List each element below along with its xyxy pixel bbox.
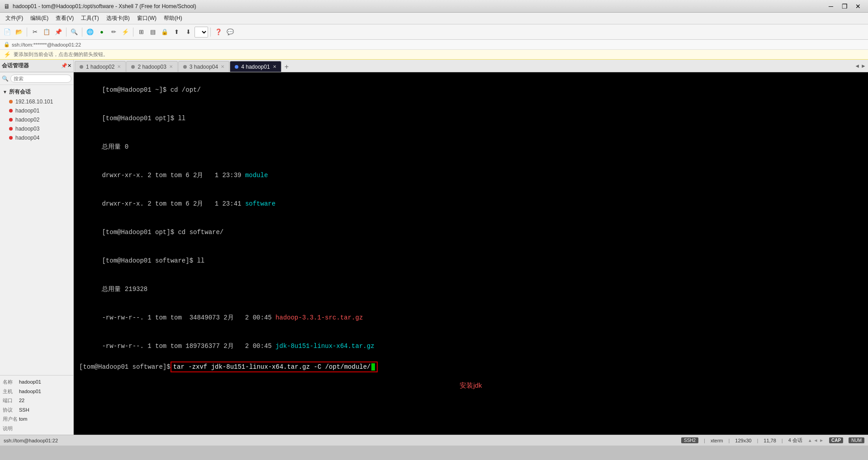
cursor-pos: 11,78: [764, 438, 776, 443]
tree-item-label: 192.168.10.101: [15, 99, 53, 105]
tb-pencil[interactable]: ✏: [108, 27, 119, 38]
term-filename: software: [245, 200, 275, 207]
restore-button[interactable]: ❐: [838, 1, 851, 11]
session-tree: ▼ 所有会话 192.168.10.101 hadoop01 hadoop02 …: [0, 85, 73, 375]
tab-hadoop04[interactable]: 3 hadoop04 ✕: [178, 61, 229, 72]
term-line-8: 总用量 219328: [79, 275, 863, 304]
tab-close[interactable]: ✕: [117, 64, 121, 69]
tab-close[interactable]: ✕: [221, 64, 224, 69]
tab-close-active[interactable]: ✕: [273, 64, 276, 69]
term-filename: jdk-8u151-linux-x64.tar.gz: [275, 343, 374, 350]
tree-item-hadoop03[interactable]: hadoop03: [0, 124, 73, 133]
tb-cut[interactable]: ✂: [29, 27, 40, 38]
tree-item-hadoop01[interactable]: hadoop01: [0, 106, 73, 115]
tree-item-hadoop04[interactable]: hadoop04: [0, 133, 73, 142]
term-normal: 总用量 219328: [102, 286, 147, 293]
menu-tabs[interactable]: 选项卡(B): [103, 13, 133, 23]
prop-note: 说明: [0, 424, 73, 433]
prop-value: hadoop01: [19, 378, 41, 386]
notice-icon: ⚡: [4, 51, 11, 58]
prop-label: 端口: [3, 397, 19, 404]
ssh-address: ssh://tom:*******@hadoop01:22: [12, 42, 81, 47]
term-ls-prefix: drwxr-xr-x. 2 tom tom 6 2月 1 23:41: [102, 200, 245, 207]
menu-file[interactable]: 文件(F): [2, 13, 27, 23]
tb-copy[interactable]: 📋: [41, 27, 52, 38]
tab-dot: [131, 65, 135, 69]
term-current-cmd: tar -zxvf jdk-8u151-linux-x64.tar.gz -C …: [173, 363, 371, 371]
tb-open[interactable]: 📂: [14, 27, 24, 38]
num-badge: NUM: [849, 437, 864, 443]
tb-new-session[interactable]: 📄: [2, 27, 13, 38]
term-ls-prefix: -rw-rw-r--. 1 tom tom 34849073 2月 2 00:4…: [102, 314, 275, 321]
status-sep3: |: [757, 438, 758, 443]
tb-download[interactable]: ⬇: [183, 27, 194, 38]
term-line-6: [tom@Hadoop01 opt]$ cd software/: [79, 218, 863, 247]
tree-item-label: hadoop01: [15, 108, 39, 114]
term-line-7: [tom@Hadoop01 software]$ ll: [79, 247, 863, 275]
session-manager-close[interactable]: ✕: [67, 63, 71, 69]
term-type: xterm: [711, 438, 723, 443]
status-arrows: ▲ ◄ ►: [808, 438, 824, 443]
prop-host: 主机 hadoop01: [0, 387, 73, 396]
tab-close[interactable]: ✕: [169, 64, 173, 69]
tb-search[interactable]: 🔍: [69, 27, 80, 38]
tab-dot-active: [235, 65, 238, 69]
tab-hadoop01[interactable]: 4 hadoop01 ✕: [230, 61, 281, 72]
tb-paste[interactable]: 📌: [53, 27, 64, 38]
tree-item-hadoop02[interactable]: hadoop02: [0, 115, 73, 124]
tree-group-all-sessions[interactable]: ▼ 所有会话: [0, 87, 73, 97]
tb-lock[interactable]: 🔒: [159, 27, 170, 38]
menu-tools[interactable]: 工具(T): [77, 13, 102, 23]
tree-arrow: ▼: [3, 89, 7, 94]
search-icon: 🔍: [2, 75, 9, 82]
tab-label: 2 hadoop03: [138, 64, 166, 70]
tb-upload[interactable]: ⬆: [171, 27, 182, 38]
term-line-1: [tom@Hadoop01 ~]$ cd /opt/: [79, 76, 863, 104]
prop-label: 用户名: [3, 415, 19, 423]
tree-item-ip[interactable]: 192.168.10.101: [0, 97, 73, 106]
prop-label: 主机: [3, 388, 19, 395]
tab-label-active: 4 hadoop01: [241, 64, 270, 70]
tab-new-button[interactable]: +: [282, 62, 292, 72]
terminal[interactable]: [tom@Hadoop01 ~]$ cd /opt/ [tom@Hadoop01…: [74, 72, 868, 435]
dot-icon: [9, 127, 13, 131]
tree-item-label: hadoop04: [15, 135, 39, 141]
statusbar: ssh://tom@hadoop01:22 SSH2 | xterm | 129…: [0, 435, 868, 446]
cmd-box: tar -zxvf jdk-8u151-linux-x64.tar.gz -C …: [171, 361, 378, 372]
term-filename: hadoop-3.3.1-src.tar.gz: [275, 314, 363, 321]
term-line-5: drwxr-xr-x. 2 tom tom 6 2月 1 23:41 softw…: [79, 190, 863, 218]
term-line-10: -rw-rw-r--. 1 tom tom 189736377 2月 2 00:…: [79, 332, 863, 361]
menu-help[interactable]: 帮助(H): [160, 13, 186, 23]
tab-hadoop03[interactable]: 2 hadoop03 ✕: [126, 61, 177, 72]
dot-icon: [9, 109, 13, 113]
session-manager-label: 会话管理器: [2, 62, 29, 70]
search-input[interactable]: [10, 75, 71, 83]
tb-dropdown[interactable]: [194, 27, 208, 38]
session-manager-pin[interactable]: 📌: [61, 63, 67, 69]
tb-connect[interactable]: ⚡: [120, 27, 131, 38]
term-filename: module: [245, 172, 268, 179]
window-title: hadoop01 - tom@Hadoop01:/opt/software - …: [13, 3, 825, 9]
menu-edit[interactable]: 编辑(E): [27, 13, 52, 23]
term-line-4: drwxr-xr-x. 2 tom tom 6 2月 1 23:39 modul…: [79, 161, 863, 190]
close-button[interactable]: ✕: [852, 1, 864, 11]
tb-comment[interactable]: 💬: [225, 27, 236, 38]
term-line-3: 总用量 0: [79, 133, 863, 161]
tab-scroll-right[interactable]: ►: [861, 63, 866, 69]
tb-compose[interactable]: ▤: [147, 27, 158, 38]
tb-help[interactable]: ❓: [213, 27, 224, 38]
dot-icon: [9, 118, 13, 122]
tab-dot: [183, 65, 187, 69]
tb-transfer[interactable]: 🌐: [85, 27, 95, 38]
tb-green[interactable]: ●: [96, 27, 107, 38]
tab-scroll-left[interactable]: ◄: [854, 63, 860, 69]
prop-value: hadoop01: [19, 388, 41, 395]
menubar: 文件(F) 编辑(E) 查看(V) 工具(T) 选项卡(B) 窗口(W) 帮助(…: [0, 13, 868, 24]
minimize-button[interactable]: ─: [825, 1, 837, 11]
tb-layout[interactable]: ⊞: [136, 27, 147, 38]
tab-hadoop02[interactable]: 1 hadoop02 ✕: [75, 61, 126, 72]
sidebar-search-bar: 🔍: [0, 72, 73, 85]
menu-view[interactable]: 查看(V): [52, 13, 77, 23]
menu-window[interactable]: 窗口(W): [133, 13, 160, 23]
prop-label: 名称: [3, 378, 19, 386]
